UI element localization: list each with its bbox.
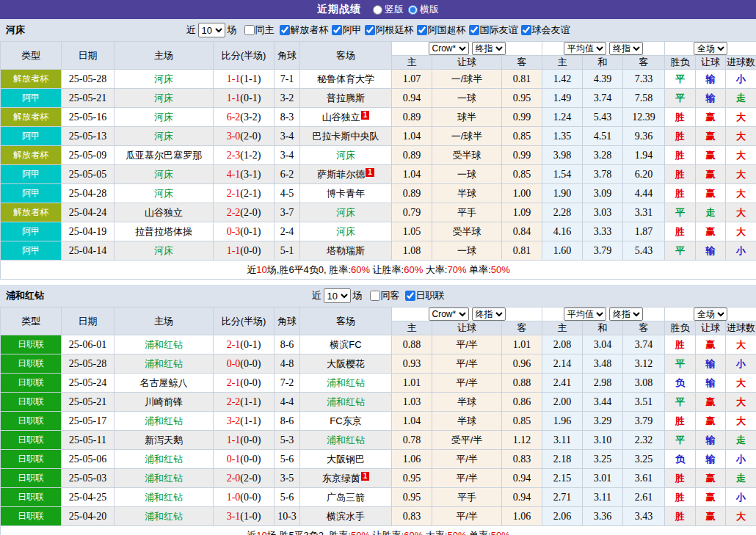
col-header-away: 客场 — [300, 42, 392, 70]
odds-final-select[interactable]: 终指 — [472, 307, 506, 321]
result-goals: 大 — [726, 393, 756, 412]
home-team[interactable]: 浦和红钻 — [145, 473, 183, 484]
away-team[interactable]: 河床 — [336, 207, 355, 218]
home-team[interactable]: 浦和红钻 — [145, 339, 183, 350]
league-label: 阿甲 — [343, 23, 362, 37]
avg-away-odds: 3.25 — [623, 450, 665, 469]
home-team[interactable]: 河床 — [154, 112, 173, 123]
avg-home-odds: 2.06 — [542, 507, 583, 526]
summary-segment: 60% — [404, 530, 423, 535]
away-team[interactable]: 浦和红钻 — [327, 396, 365, 407]
match-score: 1-1(0-0) — [214, 431, 275, 450]
team-name[interactable]: 河床 — [6, 23, 25, 37]
match-count-select[interactable]: 10 — [198, 23, 225, 37]
scope-select[interactable]: 全场 — [694, 42, 727, 55]
avg-home-odds: 1.35 — [542, 127, 583, 146]
away-team-cell: 秘鲁体育大学 — [300, 70, 392, 89]
same-venue-checkbox[interactable] — [370, 291, 380, 301]
avg-home-odds: 2.41 — [542, 374, 583, 393]
league-checkbox[interactable] — [365, 25, 375, 35]
red-card-badge: 1 — [361, 111, 370, 120]
away-team[interactable]: FC东京 — [330, 415, 361, 426]
away-team[interactable]: 浦和红钻 — [327, 434, 365, 445]
home-team[interactable]: 浦和红钻 — [145, 358, 183, 369]
odds-source-select[interactable]: Crow* — [429, 307, 469, 321]
home-team-cell: 拉普拉塔体操 — [115, 222, 214, 241]
away-team[interactable]: 博卡青年 — [327, 188, 365, 199]
home-team[interactable]: 河床 — [154, 245, 173, 256]
league-checkbox[interactable] — [521, 25, 531, 35]
away-team[interactable]: 巴拉卡斯中央队 — [313, 131, 379, 142]
home-team[interactable]: 河床 — [154, 73, 173, 84]
summary-segment: 单率: — [466, 530, 490, 535]
league-checkbox[interactable] — [405, 291, 415, 301]
home-team[interactable]: 河床 — [154, 131, 173, 142]
odds-final-select[interactable]: 终指 — [472, 42, 506, 55]
scope-select[interactable]: 全场 — [694, 307, 727, 321]
away-team[interactable]: 塔勒瑞斯 — [327, 245, 365, 256]
away-team[interactable]: 横滨水手 — [327, 511, 365, 522]
result-outcome: 胜 — [665, 412, 696, 431]
summary-text: 近10场,胜6平4负0, 胜率:60% 让胜率:60% 大率:70% 单率:50… — [1, 261, 756, 280]
result-handicap: 赢 — [696, 146, 726, 165]
result-goals: 走 — [726, 431, 756, 450]
away-team[interactable]: 横滨FC — [330, 339, 361, 350]
summary-segment: 让胜率: — [370, 530, 404, 535]
sub-header-handicap-result: 让球 — [696, 56, 726, 70]
home-team[interactable]: 川崎前锋 — [145, 396, 183, 407]
section-gap — [0, 280, 756, 285]
home-team[interactable]: 浦和红钻 — [145, 492, 183, 503]
avg-final-select[interactable]: 终指 — [609, 307, 643, 321]
away-team[interactable]: 广岛三箭 — [327, 492, 365, 503]
avg-final-select[interactable]: 终指 — [609, 42, 643, 55]
handicap-away-odds: 0.85 — [502, 127, 542, 146]
away-team[interactable]: 山谷独立 — [322, 112, 360, 123]
away-team[interactable]: 大阪钢巴 — [327, 454, 365, 465]
avg-home-odds: 1.60 — [542, 241, 583, 261]
away-team[interactable]: 普拉腾斯 — [327, 92, 365, 103]
sub-header-handicap-line: 让球 — [432, 56, 502, 70]
away-team[interactable]: 河床 — [336, 150, 355, 161]
team-name[interactable]: 浦和红钻 — [6, 289, 44, 302]
home-team[interactable]: 名古屋鲸八 — [140, 377, 188, 388]
home-team[interactable]: 拉普拉塔体操 — [135, 226, 192, 237]
league-checkbox[interactable] — [332, 25, 342, 35]
away-team[interactable]: 萨斯菲尔德 — [317, 169, 365, 180]
away-team-cell: 大阪樱花 — [300, 354, 392, 374]
home-team[interactable]: 浦和红钻 — [145, 511, 183, 522]
layout-radio-vertical[interactable] — [373, 5, 382, 15]
home-team[interactable]: 瓜亚基尔巴塞罗那 — [126, 150, 202, 161]
same-venue-checkbox[interactable] — [244, 25, 255, 35]
away-team[interactable]: 大阪樱花 — [327, 358, 365, 369]
odds-source-select[interactable]: Crow* — [429, 42, 469, 55]
layout-radio-horizontal[interactable] — [408, 5, 418, 15]
result-handicap: 赢 — [696, 507, 726, 526]
home-team[interactable]: 山谷独立 — [145, 207, 183, 218]
league-badge: 日职联 — [1, 507, 62, 526]
away-team[interactable]: 浦和红钻 — [327, 377, 365, 388]
league-checkbox[interactable] — [417, 25, 427, 35]
home-team[interactable]: 浦和红钻 — [145, 415, 183, 426]
home-team-cell: 浦和红钻 — [115, 412, 214, 431]
avg-away-odds: 3.79 — [623, 412, 665, 431]
away-team[interactable]: 秘鲁体育大学 — [317, 73, 374, 84]
home-team[interactable]: 浦和红钻 — [145, 454, 183, 465]
match-row: 阿甲 25-05-21 河床 1-1(0-1) 3-2 普拉腾斯 0.94 一球… — [1, 89, 756, 108]
summary-segment: 50% — [351, 530, 370, 535]
match-date: 25-05-28 — [62, 70, 115, 89]
col-header-home: 主场 — [115, 42, 214, 70]
home-team[interactable]: 新泻天鹅 — [145, 434, 183, 445]
home-team[interactable]: 河床 — [154, 169, 173, 180]
sub-header-handicap-home: 主 — [392, 321, 432, 335]
league-checkbox[interactable] — [469, 25, 479, 35]
league-checkbox[interactable] — [280, 25, 290, 35]
away-team[interactable]: 河床 — [336, 226, 355, 237]
match-row: 阿甲 25-04-28 河床 2-1(2-1) 4-5 博卡青年 0.89 半球… — [1, 184, 756, 203]
avg-source-select[interactable]: 平均值 — [564, 307, 606, 321]
corner-score: 10-3 — [275, 507, 300, 526]
match-count-select[interactable]: 10 — [324, 288, 351, 303]
avg-source-select[interactable]: 平均值 — [564, 42, 606, 55]
away-team[interactable]: 东京绿茵 — [322, 473, 360, 484]
home-team[interactable]: 河床 — [154, 92, 173, 103]
home-team[interactable]: 河床 — [154, 188, 173, 199]
